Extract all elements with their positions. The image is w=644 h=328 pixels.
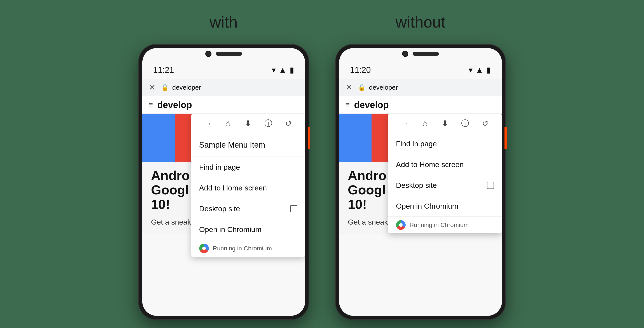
- right-browser-toolbar: ✕ 🔒 developer: [339, 79, 502, 96]
- left-browser-toolbar: ✕ 🔒 developer: [142, 79, 305, 96]
- left-dropdown-download-icon[interactable]: ⬇: [242, 119, 255, 128]
- right-running-footer: Running in Chromium: [388, 216, 502, 233]
- left-side-button: [308, 127, 310, 149]
- right-phone-top-bar: [402, 51, 439, 57]
- left-bar-blue: [142, 114, 175, 162]
- left-dropdown-refresh-icon[interactable]: ↺: [282, 119, 295, 128]
- right-speaker: [413, 52, 439, 56]
- left-status-time: 11:21: [153, 66, 174, 75]
- left-battery-icon: ▮: [290, 66, 294, 74]
- right-chromium-icon: [396, 220, 406, 230]
- left-dropdown-open-chromium[interactable]: Open in Chromium: [191, 219, 305, 240]
- right-phone-inner: 11:20 ▾ ▲ ▮ ✕ 🔒 developer: [339, 48, 502, 316]
- left-dropdown-info-icon[interactable]: ⓘ: [262, 118, 275, 129]
- left-desktop-site-checkbox[interactable]: [290, 205, 297, 212]
- right-close-icon[interactable]: ✕: [344, 83, 354, 92]
- left-phone-screen: 11:21 ▾ ▲ ▮ ✕ 🔒 developer: [142, 48, 305, 316]
- right-hamburger-icon[interactable]: ≡: [346, 101, 350, 109]
- left-dropdown-desktop-site[interactable]: Desktop site: [191, 198, 305, 219]
- right-dropdown-find-in-page[interactable]: Find in page: [388, 134, 502, 154]
- right-status-time: 11:20: [350, 66, 371, 75]
- right-phone-frame: 11:20 ▾ ▲ ▮ ✕ 🔒 developer: [335, 44, 506, 320]
- left-wifi-icon: ▾: [272, 66, 276, 74]
- left-url-bar[interactable]: developer: [172, 84, 301, 91]
- right-dropdown-toolbar: → ☆ ⬇ ⓘ ↺: [388, 114, 502, 134]
- left-speaker: [216, 52, 242, 56]
- right-dropdown-desktop-site[interactable]: Desktop site: [388, 175, 502, 196]
- right-status-bar: 11:20 ▾ ▲ ▮: [339, 61, 502, 79]
- left-phone-top-bar: [205, 51, 242, 57]
- right-dropdown-forward-icon[interactable]: →: [398, 119, 411, 128]
- left-panel-label: with: [210, 13, 238, 31]
- left-hamburger-icon[interactable]: ≡: [149, 101, 153, 109]
- right-menu-bar: ≡ develop: [339, 96, 502, 114]
- left-browser-content: AndroGoogl10! Get a sneak peek at the An…: [142, 114, 305, 316]
- right-dropdown-open-chromium[interactable]: Open in Chromium: [388, 196, 502, 216]
- right-desktop-site-checkbox[interactable]: [487, 182, 494, 189]
- left-panel: with 11:21 ▾ ▲ ▮: [138, 13, 309, 320]
- right-url-bar[interactable]: developer: [369, 84, 498, 91]
- left-dropdown-find-in-page[interactable]: Find in page: [191, 157, 305, 178]
- left-dropdown-forward-icon[interactable]: →: [202, 119, 214, 128]
- right-panel-label: without: [395, 13, 445, 31]
- comparison-container: with 11:21 ▾ ▲ ▮: [0, 0, 644, 320]
- left-phone-frame: 11:21 ▾ ▲ ▮ ✕ 🔒 developer: [138, 44, 309, 320]
- right-running-text: Running in Chromium: [410, 222, 469, 228]
- right-dropdown-add-home[interactable]: Add to Home screen: [388, 154, 502, 175]
- left-running-footer: Running in Chromium: [191, 240, 305, 257]
- right-signal-icon: ▲: [476, 66, 484, 74]
- left-status-bar: 11:21 ▾ ▲ ▮: [142, 61, 305, 79]
- left-lock-icon: 🔒: [161, 84, 169, 91]
- right-dropdown-star-icon[interactable]: ☆: [418, 119, 432, 128]
- right-side-button: [504, 127, 507, 149]
- right-wifi-icon: ▾: [468, 66, 472, 74]
- right-phone-screen: 11:20 ▾ ▲ ▮ ✕ 🔒 developer: [339, 48, 502, 316]
- right-status-icons: ▾ ▲ ▮: [468, 66, 491, 74]
- left-menu-bar: ≡ develop: [142, 96, 305, 114]
- right-dropdown-refresh-icon[interactable]: ↺: [479, 119, 492, 128]
- left-phone-inner: 11:21 ▾ ▲ ▮ ✕ 🔒 developer: [142, 48, 305, 316]
- left-signal-icon: ▲: [279, 66, 287, 74]
- right-panel: without 11:20 ▾ ▲ ▮: [335, 13, 506, 320]
- right-battery-icon: ▮: [486, 66, 491, 74]
- right-site-title: develop: [354, 100, 389, 110]
- right-camera: [402, 51, 408, 57]
- left-close-icon[interactable]: ✕: [147, 83, 158, 92]
- right-lock-icon: 🔒: [358, 84, 366, 91]
- right-dropdown-menu[interactable]: → ☆ ⬇ ⓘ ↺ Find in page: [388, 114, 502, 233]
- left-dropdown-menu[interactable]: → ☆ ⬇ ⓘ ↺ Sample Menu Item: [191, 114, 305, 257]
- right-dropdown-info-icon[interactable]: ⓘ: [458, 118, 472, 129]
- right-dropdown-download-icon[interactable]: ⬇: [438, 119, 452, 128]
- right-browser-content: AndroGoogl10! Get a sneak peek at the An…: [339, 114, 502, 316]
- left-site-title: develop: [157, 100, 192, 110]
- left-sample-menu-item[interactable]: Sample Menu Item: [191, 134, 305, 156]
- right-bar-blue: [339, 114, 372, 162]
- left-dropdown-add-home[interactable]: Add to Home screen: [191, 178, 305, 198]
- left-camera: [205, 51, 212, 57]
- left-dropdown-toolbar: → ☆ ⬇ ⓘ ↺: [191, 114, 305, 134]
- left-running-text: Running in Chromium: [213, 245, 272, 252]
- left-dropdown-star-icon[interactable]: ☆: [222, 119, 235, 128]
- left-status-icons: ▾ ▲ ▮: [272, 66, 294, 74]
- left-chromium-icon: [199, 244, 209, 253]
